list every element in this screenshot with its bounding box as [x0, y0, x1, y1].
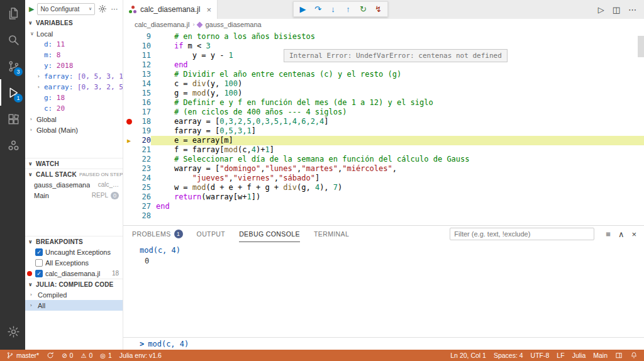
code-line[interactable]: 14 c = div(y, 100): [123, 79, 644, 89]
split-editor-icon[interactable]: ◫: [613, 5, 620, 14]
code-line[interactable]: 24 "jueves","viernes","sábado"]: [123, 174, 644, 183]
code-line[interactable]: 17 # (en ciclos de 400 años --- 4 siglos…: [123, 108, 644, 117]
debug-console-input[interactable]: mod(c, 4): [148, 340, 189, 348]
panel-tab-output[interactable]: OUTPUT: [197, 226, 226, 242]
call-stack-frame[interactable]: MainREPL0: [25, 190, 123, 201]
variable-row[interactable]: m: 8: [25, 50, 123, 60]
errors[interactable]: ⊘0: [62, 352, 73, 359]
more-actions-icon[interactable]: ⋯: [628, 5, 636, 14]
code-line[interactable]: 16 # Definir e y f en función del mes (d…: [123, 98, 644, 108]
debug-console-input-row[interactable]: > mod(c, 4): [123, 337, 644, 350]
step-over-button[interactable]: ↷: [311, 3, 325, 16]
breakpoint-row[interactable]: ✓calc_diasemana.jl18: [25, 268, 123, 279]
restart-button[interactable]: ↻: [357, 3, 370, 16]
code-line[interactable]: 26 return(warray[w+1]): [123, 192, 644, 202]
debug-config-dropdown[interactable]: No Configurat ∨: [37, 3, 95, 15]
step-into-button[interactable]: ↓: [326, 3, 340, 16]
watch-section-header[interactable]: ∨ WATCH: [25, 158, 123, 169]
close-icon[interactable]: ×: [206, 5, 211, 14]
panel-tab-terminal[interactable]: TERMINAL: [314, 226, 349, 242]
variable-row[interactable]: ›earray: [0, 3, 2, 5, 0, 3, 5, 1, 4, 6, …: [25, 82, 123, 92]
breakpoint-row[interactable]: ✓Uncaught Exceptions: [25, 247, 123, 257]
activity-item-julia[interactable]: [0, 132, 25, 158]
code-editor[interactable]: 9 # en torno a los años bisiestos10 if m…: [123, 30, 644, 225]
scope-row[interactable]: ›Global (Main): [25, 125, 123, 135]
status-text: Julia: [572, 352, 586, 359]
activity-item-source-control[interactable]: 3: [0, 53, 25, 79]
code-line[interactable]: 18 earray = [0,3,2,5,0,3,5,1,4,6,2,4]: [123, 117, 644, 126]
more-actions-icon[interactable]: ⋯: [110, 4, 119, 13]
git-branch[interactable]: master*: [6, 352, 39, 359]
julia-module[interactable]: Main: [593, 352, 608, 359]
close-panel-icon[interactable]: ×: [631, 230, 636, 239]
eol[interactable]: LF: [557, 352, 564, 359]
breakpoint-checkbox[interactable]: [35, 259, 43, 267]
tab-calc-diasemana[interactable]: calc_diasemana.jl ×: [123, 0, 218, 19]
julia-env[interactable]: Julia env: v1.6: [119, 352, 162, 359]
run-file-icon[interactable]: ▷: [598, 5, 604, 14]
continue-button[interactable]: ▶: [296, 3, 309, 16]
editor-scrollbar[interactable]: [638, 36, 644, 57]
code-line[interactable]: 9 # en torno a los años bisiestos: [123, 32, 644, 42]
maximize-panel-icon[interactable]: ∧: [618, 230, 625, 239]
code-line[interactable]: 27end: [123, 202, 644, 211]
code-line[interactable]: ▶20 e = earray[m]: [123, 136, 644, 145]
activity-item-search[interactable]: [0, 26, 25, 53]
code-line[interactable]: 23 warray = ["domingo","lunes","martes",…: [123, 164, 644, 174]
gear-icon[interactable]: [98, 4, 107, 13]
variable-name: g:: [44, 94, 52, 102]
indentation[interactable]: Spaces: 4: [494, 352, 523, 359]
activity-item-run-debug[interactable]: 1: [0, 79, 25, 106]
disconnect-button[interactable]: ↯: [372, 3, 385, 16]
variables-section-header[interactable]: ∨ VARIABLES: [25, 18, 123, 28]
breakpoint-row[interactable]: All Exceptions: [25, 257, 123, 268]
call-stack-section-header[interactable]: ∨ CALL STACK PAUSED ON STEP: [25, 169, 123, 179]
badge: 1: [14, 94, 23, 103]
call-stack-frame[interactable]: gauss_diasemanacalc_…: [25, 179, 123, 190]
breakpoint-checkbox[interactable]: ✓: [35, 270, 43, 277]
activity-item-extensions[interactable]: [0, 106, 25, 132]
language-mode[interactable]: Julia: [572, 352, 586, 359]
breadcrumb-symbol[interactable]: gauss_diasemana: [205, 21, 261, 28]
scope-row[interactable]: ∨Local: [25, 28, 123, 39]
breakpoints-section-header[interactable]: ∨ BREAKPOINTS: [25, 236, 123, 247]
code-line[interactable]: 19 farray = [0,5,3,1]: [123, 126, 644, 136]
console-filter-input[interactable]: [450, 228, 594, 240]
running-count[interactable]: ◎1: [100, 352, 112, 359]
code-line[interactable]: 22 # Seleccionar el día de la semana en …: [123, 155, 644, 164]
code-text: end: [151, 202, 170, 211]
scope-row[interactable]: ›Global: [25, 114, 123, 125]
variable-row[interactable]: y: 2018: [25, 60, 123, 71]
activity-item-settings[interactable]: [0, 318, 25, 345]
breakpoint-checkbox[interactable]: ✓: [35, 248, 43, 256]
start-debugging-button[interactable]: ▶: [29, 5, 34, 13]
gutter[interactable]: [123, 119, 135, 125]
activity-item-explorer[interactable]: [0, 0, 25, 26]
code-line[interactable]: 15 g = mod(y, 100): [123, 89, 644, 98]
variable-row[interactable]: c: 20: [25, 103, 123, 114]
notifications[interactable]: [630, 352, 638, 359]
encoding[interactable]: UTF-8: [531, 352, 550, 359]
filter-icon[interactable]: ≡: [606, 230, 611, 239]
code-line[interactable]: 28: [123, 211, 644, 221]
step-out-button[interactable]: ↑: [341, 3, 355, 16]
panel-tab-problems[interactable]: PROBLEMS1: [132, 226, 183, 242]
variable-row[interactable]: ›farray: [0, 5, 3, 1]: [25, 71, 123, 82]
editor-layout[interactable]: [615, 352, 623, 359]
panel-tab-debug-console[interactable]: DEBUG CONSOLE: [239, 226, 300, 242]
julia-compiled-section-header[interactable]: ∨ JULIA: COMPILED CODE: [25, 279, 123, 289]
code-line[interactable]: 21 f = farray[mod(c,4)+1]: [123, 145, 644, 155]
variable-row[interactable]: g: 18: [25, 92, 123, 103]
git-sync[interactable]: [47, 352, 54, 359]
compiled-row[interactable]: ›All: [25, 300, 123, 311]
variable-row[interactable]: d: 11: [25, 39, 123, 50]
code-line[interactable]: 25 w = mod(d + e + f + g + div(g, 4), 7): [123, 183, 644, 192]
breadcrumb-file[interactable]: calc_diasemana.jl: [135, 21, 189, 28]
code-text: w = mod(d + e + f + g + div(g, 4), 7): [151, 183, 342, 192]
panel-tab-label: OUTPUT: [197, 230, 226, 238]
cursor-position[interactable]: Ln 20, Col 1: [450, 352, 486, 359]
code-line[interactable]: 13 # Dividir el año entre centenas (c) y…: [123, 70, 644, 79]
gutter[interactable]: ▶: [123, 136, 135, 145]
compiled-row[interactable]: ›Compiled: [25, 289, 123, 300]
warnings[interactable]: ⚠0: [80, 352, 92, 359]
